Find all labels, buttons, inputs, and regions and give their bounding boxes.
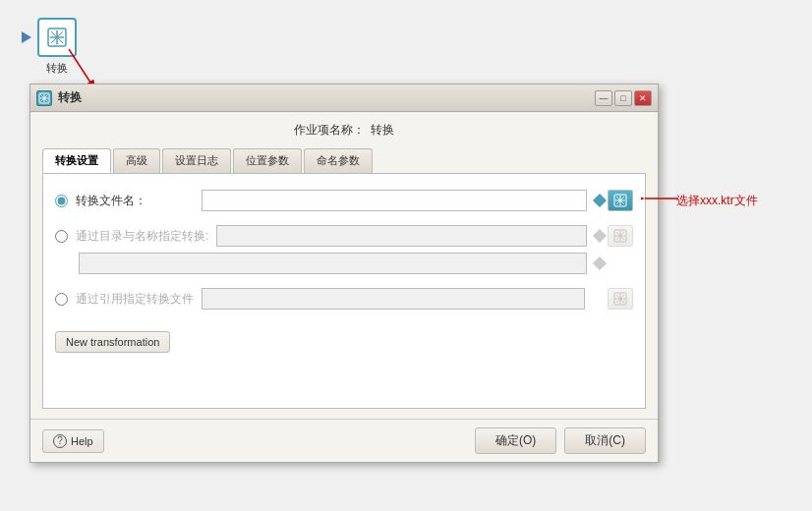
option2-radio[interactable] [55, 230, 68, 243]
title-bar: 转换 — □ ✕ [30, 85, 658, 112]
option2-browse-button[interactable] [608, 225, 633, 247]
confirm-button[interactable]: 确定(O) [475, 427, 556, 454]
option3-browse-button[interactable] [608, 288, 633, 310]
annotation-arrow-svg [641, 190, 680, 207]
dialog-title-icon [36, 90, 52, 106]
tab-transform-settings[interactable]: 转换设置 [42, 148, 111, 173]
option1-row: 转换文件名： [55, 190, 633, 211]
dialog-footer: ? Help 确定(O) 取消(C) [30, 419, 658, 462]
help-circle-icon: ? [53, 434, 67, 448]
new-transformation-button[interactable]: New transformation [55, 331, 170, 353]
cancel-button[interactable]: 取消(C) [564, 427, 646, 454]
tab-advanced[interactable]: 高级 [113, 148, 160, 173]
minimize-button[interactable]: — [595, 90, 612, 106]
tab-name-params[interactable]: 命名参数 [304, 148, 373, 173]
option1-input[interactable] [202, 190, 587, 211]
option2-section: 通过目录与名称指定转换: [55, 225, 633, 274]
option2-subrow [55, 253, 633, 274]
help-button[interactable]: ? Help [42, 429, 104, 453]
title-left: 转换 [36, 89, 82, 106]
footer-buttons: 确定(O) 取消(C) [475, 427, 646, 454]
option1-radio[interactable] [55, 195, 68, 207]
option3-radio[interactable] [55, 293, 68, 306]
job-name-value: 转换 [371, 122, 394, 139]
tab-set-log[interactable]: 设置日志 [162, 148, 231, 173]
close-button[interactable]: ✕ [634, 90, 652, 106]
diamond-icon-2 [593, 229, 607, 243]
option2-input2 [79, 253, 587, 274]
maximize-button[interactable]: □ [614, 90, 632, 106]
diamond-icon-3 [593, 256, 607, 270]
diamond-icon-1 [593, 194, 607, 207]
option2-row: 通过目录与名称指定转换: [55, 225, 633, 247]
option3-input [202, 288, 585, 310]
option2-label: 通过目录与名称指定转换: [76, 228, 208, 245]
option3-label: 通过引用指定转换文件 [76, 291, 194, 308]
option1-browse-button[interactable] [608, 190, 633, 211]
annotation-text: 选择xxx.ktr文件 [676, 193, 758, 209]
tabs: 转换设置 高级 设置日志 位置参数 命名参数 [42, 148, 646, 173]
option3-row: 通过引用指定转换文件 [55, 288, 633, 310]
dialog-title: 转换 [58, 89, 82, 106]
dialog: 转换 — □ ✕ 作业项名称： 转换 转换设置 高级 设置日志 位置参数 命名参… [29, 84, 659, 463]
dialog-content: 作业项名称： 转换 转换设置 高级 设置日志 位置参数 命名参数 转换文件名： [30, 112, 658, 419]
option2-input1 [216, 225, 587, 247]
job-name-row: 作业项名称： 转换 [42, 122, 646, 139]
job-name-label: 作业项名称： [294, 122, 365, 139]
help-label: Help [71, 435, 93, 447]
title-buttons: — □ ✕ [595, 90, 652, 106]
tab-content: 转换文件名： [42, 173, 646, 409]
option1-label: 转换文件名： [76, 193, 194, 209]
spacer [591, 292, 605, 306]
tab-position-params[interactable]: 位置参数 [233, 148, 302, 173]
